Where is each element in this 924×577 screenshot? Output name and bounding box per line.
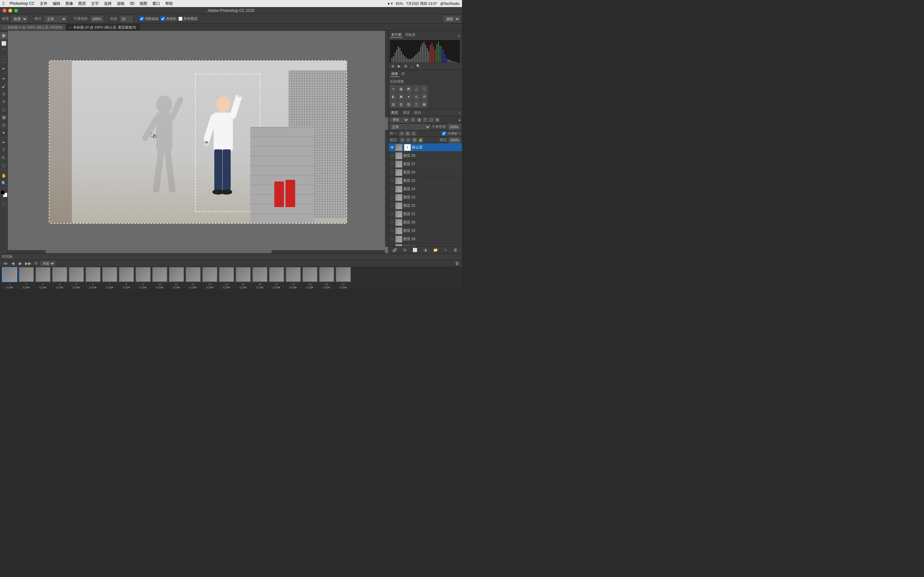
unify-style[interactable]: fx <box>411 131 417 136</box>
layers-opacity-input[interactable] <box>448 124 461 130</box>
adj-exposure[interactable]: △ <box>413 85 420 92</box>
delete-layer-btn[interactable]: 🗑 <box>453 247 459 253</box>
menu-help[interactable]: 帮助 <box>165 1 173 6</box>
adj-threshold[interactable]: ▨ <box>405 101 412 108</box>
adj-selective-color[interactable]: ▦ <box>421 101 428 108</box>
menu-select[interactable]: 选择 <box>104 1 111 6</box>
frame-dur-8[interactable]: 0.04▾ <box>123 286 130 289</box>
apple-menu[interactable]:  <box>3 1 5 6</box>
tab-2-close[interactable]: ✕ <box>69 26 72 29</box>
layer-visibility-21[interactable]: 👁 <box>390 212 394 216</box>
frame-item-3[interactable]: 3 0.04▾ <box>35 267 51 288</box>
frame-item-5[interactable]: 5 0.04▾ <box>69 267 84 288</box>
layer-row-25[interactable]: 👁 图层 25 <box>389 177 462 185</box>
adj-bw[interactable]: ● <box>405 93 412 100</box>
foreground-select[interactable]: 前景 <box>11 16 27 22</box>
timeline-rewind-btn[interactable]: ⏮ <box>2 260 8 267</box>
frame-item-10[interactable]: 10 0.04▾ <box>152 267 168 288</box>
tool-zoom[interactable]: 🔍 <box>0 179 7 187</box>
tab-library[interactable]: 库 <box>400 71 406 77</box>
frame-item-17[interactable]: 17 0.04▾ <box>269 267 284 288</box>
timeline-prev-frame-btn[interactable]: ◀ <box>10 260 16 267</box>
unify-pos[interactable]: ✢ <box>399 131 404 136</box>
frame-dur-16[interactable]: 0.04▾ <box>256 286 264 289</box>
tool-lasso[interactable]: ⌒ <box>0 47 7 55</box>
layer-row-still[interactable]: 👁 f 静止层 <box>389 143 462 152</box>
tool-hand[interactable]: ✋ <box>0 172 7 179</box>
tool-text[interactable]: T <box>0 147 7 153</box>
tool-blur[interactable]: ◎ <box>0 121 7 128</box>
close-button[interactable] <box>3 9 6 13</box>
frame-dur-6[interactable]: 0.04▾ <box>89 286 97 289</box>
layer-visibility-27[interactable]: 👁 <box>390 162 394 166</box>
tool-clone[interactable]: ⎘ <box>0 90 7 97</box>
contiguous-checkbox[interactable] <box>161 17 165 21</box>
tool-screen-mode[interactable]: ⬛ <box>0 200 7 207</box>
frame-item-18[interactable]: 18 0.04▾ <box>286 267 301 288</box>
opacity-input[interactable] <box>90 16 103 22</box>
filter-pixel[interactable]: ⊡ <box>410 117 415 122</box>
layer-type-filter[interactable]: 类型 <box>390 117 409 123</box>
tab-histogram[interactable]: 直方图 <box>390 32 403 38</box>
frame-dur-15[interactable]: 0.04▾ <box>240 286 247 289</box>
frame-dur-19[interactable]: 0.04▾ <box>306 286 314 289</box>
layer-row-22[interactable]: 👁 图层 22 <box>389 201 462 210</box>
layer-row-26[interactable]: 👁 图层 26 <box>389 168 462 177</box>
canvas-area[interactable] <box>8 31 388 253</box>
panel-nav-btn[interactable]: ▶ <box>396 63 402 69</box>
tool-eyedropper[interactable]: ✒ <box>0 65 7 72</box>
tool-gradient[interactable]: ▦ <box>0 113 7 121</box>
propagate-checkbox[interactable] <box>442 131 446 135</box>
unify-link[interactable]: ⛓ <box>405 131 410 136</box>
tool-brush[interactable]: 🖌 <box>0 83 7 90</box>
adj-invert[interactable]: ▤ <box>390 101 397 108</box>
frame-dur-17[interactable]: 0.04▾ <box>273 286 280 289</box>
filter-smart[interactable]: ◈ <box>435 117 440 122</box>
frame-item-12[interactable]: 12 0.04▾ <box>186 267 201 288</box>
panel-expand-btn[interactable]: ⊕ <box>390 63 396 69</box>
timeline-trash-btn[interactable]: 🗑 <box>454 260 460 267</box>
add-fx-btn[interactable]: fx <box>402 247 408 253</box>
tool-move[interactable]: ✜ <box>0 32 7 39</box>
layer-row-23[interactable]: 👁 图层 23 <box>389 193 462 201</box>
layer-visibility-26[interactable]: 👁 <box>390 170 394 175</box>
adj-posterize[interactable]: ▥ <box>397 101 405 108</box>
frame-item-21[interactable]: 21 0.04▾ <box>336 267 351 288</box>
frame-dur-3[interactable]: 0.04▾ <box>39 286 47 289</box>
adj-channelmix[interactable]: ⊞ <box>421 93 428 100</box>
frame-item-7[interactable]: 7 0.04▾ <box>102 267 118 288</box>
tool-eraser[interactable]: ◻ <box>0 106 7 113</box>
frame-dur-13[interactable]: 0.04▾ <box>206 286 214 289</box>
layer-visibility-24[interactable]: 👁 <box>390 187 394 191</box>
vertical-scrollbar[interactable] <box>385 31 388 247</box>
timeline-loop-btn[interactable]: ↻ <box>33 260 39 267</box>
layer-row-24[interactable]: 👁 图层 24 <box>389 185 462 193</box>
filter-shape[interactable]: ◻ <box>429 117 434 122</box>
frame-dur-11[interactable]: 0.04▾ <box>173 286 180 289</box>
all-layers-checkbox[interactable] <box>178 17 183 21</box>
layer-visibility-17[interactable]: 👁 <box>390 245 394 247</box>
layer-row-27[interactable]: 👁 图层 27 <box>389 160 462 168</box>
frame-dur-10[interactable]: 0.04▾ <box>156 286 164 289</box>
tool-pen[interactable]: ✒ <box>0 139 7 146</box>
blend-mode-layers[interactable]: 正常 <box>390 124 431 130</box>
tool-crop[interactable]: ⛶ <box>0 57 7 64</box>
panel-sync-btn[interactable]: ↕ <box>409 63 415 69</box>
menu-file[interactable]: 文件 <box>40 1 47 6</box>
layer-row-19[interactable]: 👁 图层 19 <box>389 227 462 235</box>
tab-1-close[interactable]: ✕ <box>3 26 6 29</box>
paths-tab[interactable]: 路径 <box>413 110 423 116</box>
frame-item-20[interactable]: 20 0.04▾ <box>319 267 334 288</box>
frame-dur-20[interactable]: 0.04▾ <box>323 286 330 289</box>
antialias-checkbox[interactable] <box>140 17 144 21</box>
timeline-play-btn[interactable]: ▶ <box>17 260 24 267</box>
fill-input[interactable] <box>449 137 461 143</box>
tool-history[interactable]: ↺ <box>0 98 7 105</box>
frame-dur-18[interactable]: 0.04▾ <box>290 286 297 289</box>
add-adjustment-layer-btn[interactable]: ◑ <box>422 247 428 253</box>
adj-levels[interactable]: ▦ <box>397 85 405 92</box>
frame-dur-12[interactable]: 0.04▾ <box>190 286 197 289</box>
menu-photoshop[interactable]: Photoshop CC <box>10 1 35 6</box>
minimize-button[interactable] <box>8 9 12 13</box>
menu-edit[interactable]: 编辑 <box>53 1 60 6</box>
